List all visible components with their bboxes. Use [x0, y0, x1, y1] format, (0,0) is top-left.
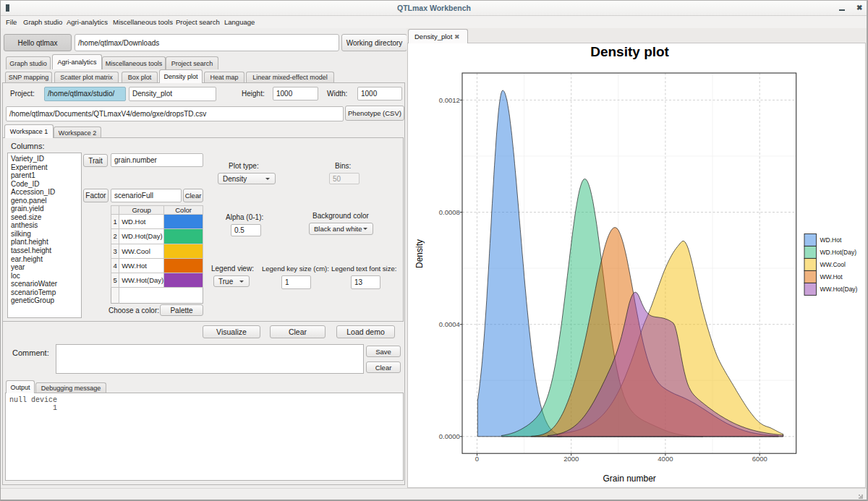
svg-text:0: 0 — [475, 455, 479, 463]
svg-text:4000: 4000 — [658, 455, 673, 463]
svg-text:WW.Cool: WW.Cool — [820, 261, 846, 268]
svg-text:0.0004: 0.0004 — [439, 320, 460, 328]
svg-text:2000: 2000 — [563, 455, 579, 463]
svg-text:Density plot: Density plot — [590, 44, 669, 59]
svg-text:6000: 6000 — [752, 455, 767, 463]
svg-text:WD.Hot: WD.Hot — [820, 236, 842, 244]
svg-text:0.0008: 0.0008 — [439, 208, 460, 216]
svg-text:0.0000: 0.0000 — [439, 432, 460, 440]
svg-text:WW.Hot: WW.Hot — [820, 273, 843, 281]
svg-text:Density: Density — [414, 239, 425, 268]
svg-text:WW.Hot(Day): WW.Hot(Day) — [820, 286, 858, 293]
svg-text:Grain number: Grain number — [603, 474, 656, 484]
svg-text:0.0012: 0.0012 — [439, 96, 460, 104]
svg-text:WD.Hot(Day): WD.Hot(Day) — [820, 249, 857, 256]
